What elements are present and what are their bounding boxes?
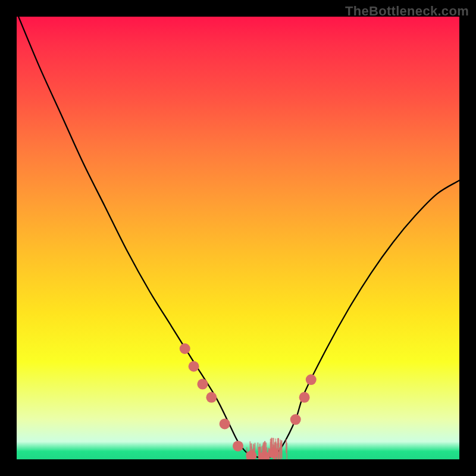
marker-dot — [299, 392, 310, 403]
watermark-text: TheBottleneck.com — [345, 4, 469, 19]
marker-dot — [220, 418, 230, 429]
plot-area — [17, 17, 459, 459]
sweet-spot-markers — [180, 343, 317, 459]
marker-dot — [306, 374, 317, 385]
marker-dot — [189, 361, 199, 372]
chart-frame: TheBottleneck.com — [0, 0, 476, 476]
marker-dot — [197, 379, 208, 390]
marker-dot — [180, 343, 190, 354]
marker-dot — [206, 392, 217, 403]
chart-overlay-svg — [17, 17, 459, 459]
marker-dot — [233, 441, 243, 452]
bottleneck-curve — [17, 17, 459, 458]
marker-dot — [290, 414, 301, 425]
